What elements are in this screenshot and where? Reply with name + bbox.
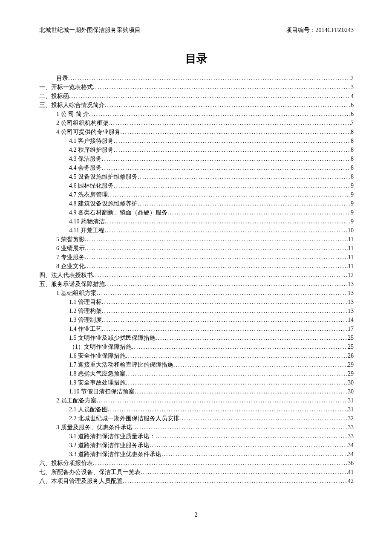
toc-entry: 目录2: [39, 74, 354, 83]
toc-entry: 六、投标分项报价表36: [39, 459, 354, 468]
toc-entry-label: 4.3 保洁服务: [69, 154, 102, 163]
toc-entry-page: 9: [351, 208, 354, 217]
toc-entry: 1.1 管理目标13: [39, 298, 354, 306]
toc-entry-page: 33: [348, 423, 354, 432]
toc-entry: 2.1 人员配备图31: [39, 405, 354, 414]
toc-leader-dots: [156, 333, 348, 342]
toc-entry-label: 四、法人代表授权书: [39, 271, 93, 280]
toc-entry-label: 1.10 节假日清扫保洁预案: [69, 387, 135, 396]
toc-entry: 4.8 建筑设备设施维修养护9: [39, 199, 354, 208]
toc-entry-label: 4.7 洗衣房管理: [69, 190, 108, 199]
toc-entry: 8 企业文化11: [39, 262, 354, 271]
toc-leader-dots: [114, 145, 351, 154]
toc-entry: 七、所配备办公设备、保洁工具一览表41: [39, 468, 354, 477]
toc-entry-page: 8: [351, 172, 354, 181]
toc-entry-page: 9: [351, 190, 354, 199]
toc-entry-page: 13: [348, 289, 354, 298]
toc-entry-label: 5 荣誉剪影: [56, 235, 85, 244]
header-right-value: 2014CFFZ0243: [316, 27, 354, 33]
toc-leader-dots: [69, 92, 351, 101]
toc-entry-page: 33: [348, 432, 354, 441]
toc-entry-page: 29: [348, 369, 354, 378]
toc-entry-label: 4.8 建筑设备设施维修养护: [69, 199, 138, 208]
toc-entry: 二、投标函4: [39, 92, 354, 101]
toc-leader-dots: [150, 441, 348, 450]
toc-leader-dots: [104, 226, 348, 235]
toc-entry-page: 31: [348, 396, 354, 405]
header-right: 项目编号：2014CFFZ0243: [286, 26, 354, 34]
toc-leader-dots: [102, 154, 351, 163]
toc-entry-page: 11: [348, 253, 354, 262]
toc-leader-dots: [126, 369, 348, 378]
toc-entry-label: 7 专业服务: [56, 253, 85, 262]
toc-entry-label: 4.1 客户接待服务: [69, 136, 114, 145]
header-left: 北城世纪城一期外围保洁服务采购项目: [39, 26, 141, 34]
toc-leader-dots: [102, 315, 348, 324]
toc-entry: 3 质量及服务、优惠条件承诺33: [39, 423, 354, 432]
toc-leader-dots: [167, 208, 351, 217]
toc-entry: 4.5 设备设施维护维修服务8: [39, 172, 354, 181]
toc-entry-page: 31: [348, 405, 354, 414]
toc-entry-page: 30: [348, 378, 354, 387]
toc-entry-page: 25: [348, 342, 354, 351]
toc-entry-page: 4: [351, 92, 354, 101]
toc-leader-dots: [156, 432, 348, 441]
toc-entry-page: 12: [348, 271, 354, 280]
toc-entry-label: 1.5 文明作业及减少扰民保障措施: [69, 333, 156, 342]
toc-leader-dots: [105, 217, 351, 226]
toc-entry-label: 2 公司组织机构框架: [56, 119, 109, 127]
toc-entry-label: 八、本项目管理及服务人员配置: [39, 477, 123, 486]
toc-entry-label: 目录: [56, 74, 68, 83]
toc-entry-page: 41: [348, 468, 354, 477]
toc-leader-dots: [102, 306, 348, 315]
toc-entry-page: 8: [351, 127, 354, 136]
toc-entry-label: 1.3 管理制度: [69, 315, 102, 324]
toc-leader-dots: [93, 83, 351, 92]
toc-leader-dots: [138, 199, 351, 208]
toc-entry-label: 4 公司可提供的专业服务: [56, 127, 121, 136]
toc-entry: 4.6 园林绿化服务9: [39, 181, 354, 190]
toc-entry: 4.10 药物清洁9: [39, 217, 354, 226]
toc-entry-page: 34: [348, 441, 354, 450]
toc-leader-dots: [126, 378, 348, 387]
toc-entry-page: 2: [351, 74, 354, 83]
toc-entry-label: 4.4 会务服务: [69, 163, 102, 172]
toc-entry: 五、服务承诺及保障措施13: [39, 280, 354, 289]
toc-entry-page: 6: [351, 110, 354, 119]
toc-leader-dots: [97, 396, 348, 405]
toc-entry-label: 3 质量及服务、优惠条件承诺: [56, 423, 133, 432]
toc-entry-label: 4.5 设备设施维护维修服务: [69, 172, 138, 181]
toc-entry: 1.8 恶劣天气应急预案29: [39, 369, 354, 378]
toc-entry-label: 3.3 道路清扫保洁作业优惠条件承诺: [69, 450, 161, 459]
toc-entry-page: 11: [348, 262, 354, 271]
toc-entry-page: 11: [348, 235, 354, 244]
toc-entry-page: 6: [351, 101, 354, 110]
toc-entry: 三、投标人综合情况简介6: [39, 101, 354, 110]
toc-entry: 1.3 管理制度14: [39, 315, 354, 324]
toc-leader-dots: [123, 477, 348, 486]
toc-leader-dots: [102, 298, 348, 306]
toc-entry-page: 8: [351, 154, 354, 163]
document-header: 北城世纪城一期外围保洁服务采购项目 项目编号：2014CFFZ0243: [39, 26, 354, 34]
toc-entry: 四、法人代表授权书12: [39, 271, 354, 280]
toc-leader-dots: [141, 468, 348, 477]
toc-entry-label: 1 基础组织方案: [56, 289, 97, 298]
toc-leader-dots: [105, 101, 351, 110]
toc-leader-dots: [173, 360, 348, 369]
toc-entry: 1.6 安全作业保障措施26: [39, 351, 354, 360]
toc-entry-page: 14: [348, 315, 354, 324]
toc-entry-page: 8: [351, 163, 354, 172]
toc-entry: 2.员工配备方案31: [39, 396, 354, 405]
toc-entry-label: 1.9 安全事故处理措施: [69, 378, 126, 387]
toc-entry: 1.9 安全事故处理措施30: [39, 378, 354, 387]
toc-leader-dots: [102, 163, 351, 172]
toc-entry: 4.9 各类石材翻新、镜面（晶硬）服务9: [39, 208, 354, 217]
toc-leader-dots: [102, 324, 348, 333]
toc-entry-label: 4.11 开荒工程: [69, 226, 104, 235]
toc-entry-label: 1.8 恶劣天气应急预案: [69, 369, 126, 378]
toc-entry: 1 公 司 简 介6: [39, 110, 354, 119]
toc-entry-label: 1.6 安全作业保障措施: [69, 351, 126, 360]
toc-entry: 5 荣誉剪影11: [39, 235, 354, 244]
toc-entry-label: 4.2 秩序维护服务: [69, 145, 114, 154]
toc-entry: 4.3 保洁服务8: [39, 154, 354, 163]
